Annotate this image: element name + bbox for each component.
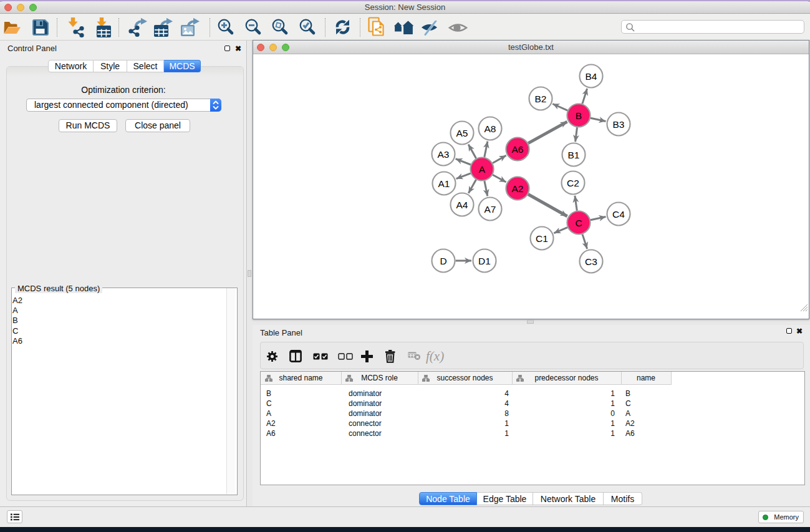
- svg-text:B4: B4: [586, 71, 597, 82]
- svg-text:B3: B3: [613, 119, 625, 130]
- svg-text:A4: A4: [456, 200, 468, 210]
- svg-text:D: D: [440, 256, 446, 266]
- svg-text:C4: C4: [612, 209, 625, 220]
- svg-text:B2: B2: [535, 94, 547, 104]
- svg-text:A5: A5: [456, 128, 468, 138]
- svg-text:C1: C1: [536, 233, 548, 244]
- svg-text:A2: A2: [512, 183, 524, 194]
- svg-text:A: A: [479, 164, 486, 175]
- svg-text:f(x): f(x): [426, 349, 444, 364]
- svg-text:D1: D1: [478, 256, 491, 266]
- svg-text:C: C: [575, 218, 582, 228]
- svg-text:A1: A1: [438, 178, 450, 189]
- svg-text:A3: A3: [438, 149, 450, 160]
- svg-text:A8: A8: [485, 123, 496, 134]
- svg-text:C2: C2: [567, 178, 579, 188]
- svg-text:B: B: [576, 110, 582, 121]
- svg-text:A7: A7: [485, 204, 496, 215]
- svg-text:A6: A6: [512, 144, 524, 155]
- svg-text:B1: B1: [568, 150, 580, 160]
- svg-text:C3: C3: [585, 256, 597, 267]
